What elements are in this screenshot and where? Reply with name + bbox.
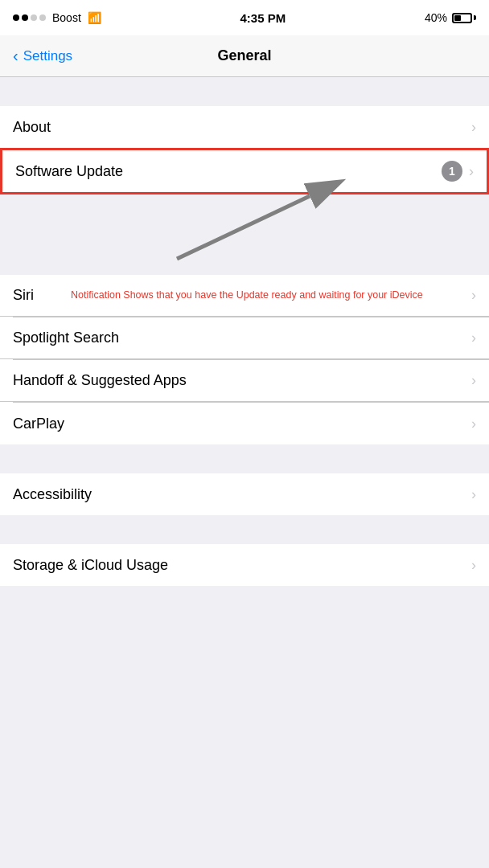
- carrier-label: Boost: [52, 11, 81, 24]
- page-title: General: [217, 47, 271, 64]
- wifi-icon: 📶: [88, 11, 101, 24]
- svg-line-1: [177, 196, 310, 259]
- accessibility-label: Accessibility: [13, 486, 92, 503]
- accessibility-section: Accessibility ›: [0, 473, 489, 515]
- carplay-chevron-icon: ›: [471, 416, 476, 432]
- signal-dot-4: [39, 14, 46, 21]
- status-bar: Boost 📶 4:35 PM 40%: [0, 0, 489, 35]
- signal-dots: [13, 14, 46, 21]
- about-section: About ›: [0, 106, 489, 148]
- section-gap-top: [0, 77, 489, 106]
- handoff-label: Handoff & Suggested Apps: [13, 372, 187, 389]
- arrow-annotation-area: [0, 194, 489, 275]
- about-label: About: [13, 119, 51, 136]
- accessibility-row[interactable]: Accessibility ›: [0, 473, 489, 515]
- carplay-row[interactable]: CarPlay ›: [0, 403, 489, 444]
- back-label: Settings: [23, 48, 72, 64]
- siri-row[interactable]: Siri Notification Shows that you have th…: [0, 275, 489, 317]
- battery-percent: 40%: [425, 11, 447, 24]
- storage-label: Storage & iCloud Usage: [13, 557, 168, 574]
- status-left: Boost 📶: [13, 11, 101, 24]
- update-badge-container: 1 ›: [442, 161, 474, 182]
- software-update-chevron-icon: ›: [469, 163, 474, 180]
- back-button[interactable]: ‹ Settings: [13, 47, 72, 65]
- software-update-row[interactable]: Software Update 1 ›: [0, 148, 489, 194]
- siri-section: Siri Notification Shows that you have th…: [0, 275, 489, 444]
- carplay-label: CarPlay: [13, 416, 64, 432]
- update-badge: 1: [442, 161, 462, 182]
- software-update-label: Software Update: [15, 163, 123, 180]
- signal-dot-2: [22, 14, 28, 21]
- siri-chevron-icon: ›: [471, 287, 476, 304]
- battery-body: [452, 13, 472, 23]
- storage-row[interactable]: Storage & iCloud Usage ›: [0, 544, 489, 586]
- storage-section: Storage & iCloud Usage ›: [0, 544, 489, 586]
- about-row[interactable]: About ›: [0, 106, 489, 148]
- section-gap-bottom: [0, 515, 489, 544]
- status-right: 40%: [425, 11, 476, 24]
- spotlight-search-chevron-icon: ›: [471, 330, 476, 346]
- signal-dot-3: [31, 14, 37, 21]
- nav-bar: ‹ Settings General: [0, 35, 489, 77]
- signal-dot-1: [13, 14, 19, 21]
- spotlight-search-row[interactable]: Spotlight Search ›: [0, 317, 489, 359]
- battery-fill: [454, 15, 461, 21]
- back-chevron-icon: ‹: [13, 47, 18, 65]
- battery-tip: [474, 15, 476, 20]
- handoff-row[interactable]: Handoff & Suggested Apps ›: [0, 360, 489, 402]
- storage-chevron-icon: ›: [471, 557, 476, 574]
- status-time: 4:35 PM: [240, 11, 286, 25]
- siri-annotation: Notification Shows that you have the Upd…: [71, 289, 471, 302]
- accessibility-chevron-icon: ›: [471, 486, 476, 503]
- about-chevron-icon: ›: [471, 119, 476, 136]
- section-gap-mid: [0, 444, 489, 473]
- handoff-chevron-icon: ›: [471, 372, 476, 389]
- siri-label: Siri: [13, 287, 61, 304]
- spotlight-search-label: Spotlight Search: [13, 330, 119, 346]
- battery-icon: [452, 13, 476, 23]
